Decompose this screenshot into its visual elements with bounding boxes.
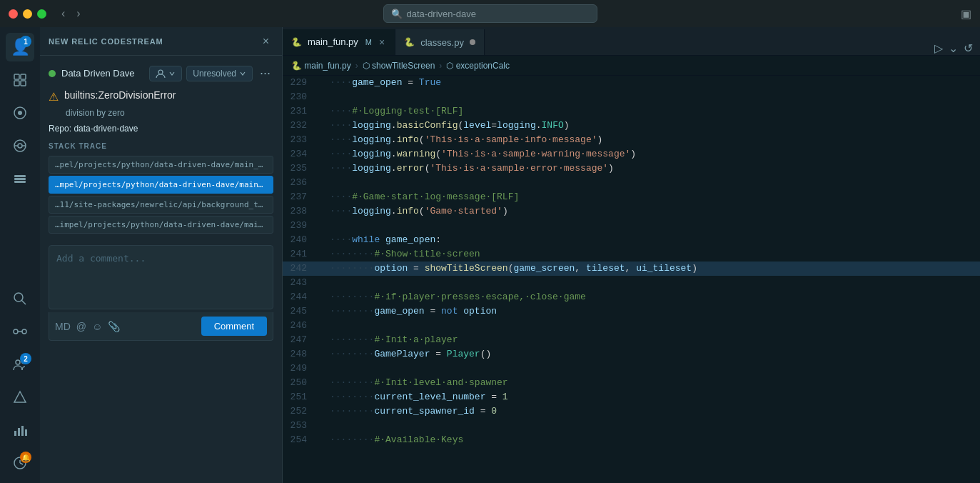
- maximize-window-button[interactable]: [37, 9, 46, 19]
- mention-icon[interactable]: @: [76, 321, 86, 332]
- notification-badge: 1: [20, 36, 31, 47]
- line-content: ········option = showTitleScreen(game_sc…: [330, 262, 980, 276]
- svg-rect-21: [14, 431, 16, 436]
- line-number: 234: [283, 147, 318, 161]
- activity-team[interactable]: 2: [6, 350, 34, 379]
- activity-observe[interactable]: [6, 131, 34, 160]
- breadcrumb-sep-1: ›: [355, 61, 358, 71]
- activity-search[interactable]: [6, 284, 34, 313]
- svg-point-16: [22, 329, 26, 334]
- line-content: ····game_open = True: [330, 76, 980, 90]
- titlebar-right-controls: ▣: [961, 7, 971, 21]
- breadcrumb: 🐍 main_fun.py › ⬡ showTitleScreen › ⬡ ex…: [283, 56, 980, 76]
- tab-bar: 🐍 main_fun.py M × 🐍 classes.py ▷ ⌄ ↺: [283, 27, 980, 56]
- python-file-icon-2: 🐍: [404, 37, 415, 47]
- line-content: ········#·if·player·presses·escape,·clos…: [330, 290, 980, 304]
- run-icon[interactable]: ▷: [934, 41, 943, 55]
- code-line-252: 252 ········current_spawner_id = 0: [283, 404, 980, 419]
- line-number: 252: [283, 404, 318, 419]
- stack-frame-0[interactable]: …pel/projects/python/data-driven-dave/ma…: [49, 156, 273, 174]
- svg-rect-23: [21, 426, 24, 436]
- split-editor-icon[interactable]: ⌄: [949, 41, 958, 55]
- line-content: ····logging.info('Game·started'): [330, 204, 980, 219]
- user-row: Data Driven Dave Unresolved: [49, 64, 273, 82]
- status-button[interactable]: Unresolved: [186, 66, 253, 81]
- code-line-241: 241 ········#·Show·title·screen: [283, 247, 980, 262]
- traffic-lights: [9, 9, 46, 19]
- minimize-window-button[interactable]: [23, 9, 32, 19]
- line-number: 246: [283, 319, 318, 333]
- activity-metrics[interactable]: [6, 416, 34, 444]
- clock-badge: 🔔: [20, 452, 31, 463]
- stack-frame-1[interactable]: …mpel/projects/python/data-driven-dave/m…: [49, 176, 273, 194]
- forward-button[interactable]: ›: [73, 6, 84, 21]
- line-content: ····#·Game·start·log·message·[RLF]: [330, 190, 980, 204]
- line-number: 243: [283, 276, 318, 290]
- online-status-indicator: [49, 70, 56, 77]
- tab-main-fun[interactable]: 🐍 main_fun.py M ×: [283, 29, 395, 55]
- layout-icon[interactable]: ▣: [961, 8, 971, 20]
- stack-frame-3[interactable]: …impel/projects/python/data-driven-dave/…: [49, 216, 273, 234]
- line-content: ····logging.error('This·is·a·sample·erro…: [330, 161, 980, 176]
- code-line-251: 251 ········current_level_number = 1: [283, 390, 980, 404]
- svg-rect-0: [14, 74, 19, 79]
- layers-icon: [12, 171, 28, 186]
- comment-submit-button[interactable]: Comment: [201, 317, 267, 336]
- svg-point-18: [16, 360, 20, 364]
- team-badge: 2: [20, 353, 31, 364]
- stack-trace-label: STACK TRACE: [49, 142, 273, 150]
- code-line-230: 230: [283, 90, 980, 104]
- error-type: builtins:ZeroDivisionError: [64, 89, 176, 101]
- code-editor[interactable]: 229 ····game_open = True 230 231 ····#·L…: [283, 76, 980, 483]
- comment-toolbar: MD @ ☺ 📎 Comment: [49, 312, 273, 341]
- breadcrumb-function[interactable]: ⬡ showTitleScreen: [363, 61, 435, 71]
- more-options-button[interactable]: ···: [257, 64, 273, 82]
- history-icon[interactable]: ↺: [964, 41, 973, 55]
- activity-explorer[interactable]: [6, 66, 34, 94]
- comment-area: MD @ ☺ 📎 Comment: [49, 245, 273, 341]
- line-number: 250: [283, 376, 318, 390]
- line-number: 238: [283, 204, 318, 219]
- panel-close-button[interactable]: ×: [258, 34, 273, 49]
- markdown-icon[interactable]: MD: [55, 321, 71, 332]
- comment-input[interactable]: [49, 245, 273, 309]
- line-number: 235: [283, 161, 318, 176]
- activity-integrations[interactable]: [6, 317, 34, 346]
- tab-close-button[interactable]: ×: [378, 36, 386, 49]
- person-icon: [156, 69, 166, 79]
- modified-indicator: M: [365, 38, 372, 46]
- code-line-236: 236: [283, 176, 980, 190]
- error-title-row: ⚠ builtins:ZeroDivisionError: [49, 89, 273, 104]
- line-content: ········#·Init·a·player: [330, 333, 980, 347]
- code-line-229: 229 ····game_open = True: [283, 76, 980, 90]
- explorer-icon: [12, 72, 28, 88]
- line-number: 230: [283, 90, 318, 104]
- line-content: ········#·Show·title·screen: [330, 247, 980, 262]
- activity-avatar[interactable]: 👤 1: [6, 33, 34, 61]
- code-line-248: 248 ········GamePlayer = Player(): [283, 347, 980, 362]
- svg-rect-3: [21, 81, 26, 86]
- activity-clock[interactable]: 🔔: [6, 449, 34, 477]
- search-icon: [12, 291, 28, 307]
- activity-layers[interactable]: [6, 164, 34, 193]
- line-number: 233: [283, 133, 318, 147]
- close-window-button[interactable]: [9, 9, 18, 19]
- line-number: 244: [283, 290, 318, 304]
- attachment-icon[interactable]: 📎: [108, 321, 120, 332]
- svg-rect-12: [14, 181, 26, 183]
- line-number: 251: [283, 390, 318, 404]
- activity-ai[interactable]: [6, 99, 34, 127]
- search-bar[interactable]: 🔍 data-driven-dave: [383, 4, 597, 23]
- activity-newrelic[interactable]: [6, 383, 34, 412]
- stack-frame-2[interactable]: …11/site-packages/newrelic/api/backgroun…: [49, 196, 273, 214]
- breadcrumb-method[interactable]: ⬡ exceptionCalc: [446, 61, 510, 71]
- code-line-237: 237 ····#·Game·start·log·message·[RLF]: [283, 190, 980, 204]
- code-line-246: 246: [283, 319, 980, 333]
- code-line-250: 250 ········#·Init·level·and·spawner: [283, 376, 980, 390]
- emoji-icon[interactable]: ☺: [92, 321, 102, 332]
- breadcrumb-file[interactable]: 🐍 main_fun.py: [291, 61, 351, 71]
- tab-classes[interactable]: 🐍 classes.py: [395, 29, 485, 55]
- assignee-button[interactable]: [149, 66, 182, 81]
- code-line-231: 231 ····#·Logging·test·[RLF]: [283, 104, 980, 119]
- back-button[interactable]: ‹: [58, 6, 69, 21]
